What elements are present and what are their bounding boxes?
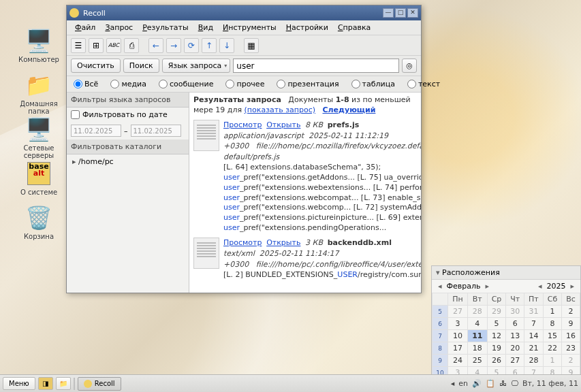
calendar-day[interactable]: 15 bbox=[543, 330, 561, 342]
desktop-icon[interactable]: 📁Домашняя папка bbox=[15, 71, 63, 115]
filter-radio[interactable] bbox=[110, 80, 119, 88]
filter-radio[interactable] bbox=[74, 80, 82, 88]
menu-файл[interactable]: Файл bbox=[71, 22, 99, 33]
filter-radio[interactable] bbox=[225, 80, 234, 88]
calendar-day[interactable]: 7 bbox=[524, 318, 544, 330]
menu-результаты[interactable]: Результаты bbox=[138, 22, 193, 33]
calendar-day[interactable]: 8 bbox=[543, 318, 561, 330]
calendar-day[interactable]: 16 bbox=[562, 330, 580, 342]
refresh-icon[interactable]: ⟳ bbox=[184, 38, 199, 53]
forward-icon[interactable]: → bbox=[166, 38, 181, 53]
close-button[interactable]: ✕ bbox=[407, 8, 418, 18]
calendar-day[interactable]: 14 bbox=[524, 330, 544, 342]
back-icon[interactable]: ← bbox=[148, 38, 163, 53]
calendar-day[interactable]: 13 bbox=[506, 330, 524, 342]
menu-запрос[interactable]: Запрос bbox=[101, 22, 137, 33]
calendar-day[interactable]: 29 bbox=[487, 306, 506, 318]
calendar-day[interactable]: 27 bbox=[448, 306, 468, 318]
calendar-day[interactable]: 1 bbox=[543, 306, 561, 318]
show-query-link[interactable]: (показать запрос) bbox=[245, 105, 315, 114]
filter-radio[interactable] bbox=[351, 80, 360, 88]
minimize-button[interactable]: — bbox=[383, 8, 394, 18]
next-month-icon[interactable]: ▸ bbox=[484, 282, 492, 291]
filter-radio[interactable] bbox=[407, 80, 416, 88]
calendar-day[interactable]: 18 bbox=[468, 342, 488, 355]
calendar-day[interactable]: 21 bbox=[524, 342, 544, 355]
search-button[interactable]: Поиск bbox=[123, 59, 159, 73]
next-page-link[interactable]: Следующий bbox=[322, 105, 375, 114]
panel-header[interactable]: Расположения bbox=[432, 266, 580, 280]
calendar-day[interactable]: 24 bbox=[448, 355, 468, 367]
preview-link[interactable]: Просмотр bbox=[223, 120, 262, 129]
calendar-day[interactable]: 31 bbox=[524, 306, 544, 318]
next-year-icon[interactable]: ▸ bbox=[568, 282, 576, 291]
tree-item-home[interactable]: /home/pc bbox=[67, 154, 189, 169]
filter-сообщение[interactable]: сообщение bbox=[159, 80, 214, 88]
menu-настройки[interactable]: Настройки bbox=[282, 22, 332, 33]
clipboard-icon[interactable]: 📋 bbox=[486, 379, 495, 388]
grid-view-icon[interactable]: ⊞ bbox=[89, 38, 104, 53]
calendar-day[interactable]: 1 bbox=[543, 355, 561, 367]
filter-прочее[interactable]: прочее bbox=[225, 80, 264, 88]
volume-icon[interactable]: 🔊 bbox=[472, 379, 482, 388]
calendar-day[interactable]: 2 bbox=[562, 306, 580, 318]
calendar-day[interactable]: 5 bbox=[487, 318, 506, 330]
calendar-day[interactable]: 30 bbox=[506, 306, 524, 318]
file-manager-button[interactable]: 📁 bbox=[56, 377, 71, 390]
filter-radio[interactable] bbox=[159, 80, 168, 88]
desktop-icon[interactable]: 🖥️Сетевые серверы bbox=[15, 116, 63, 159]
menu-инструменты[interactable]: Инструменты bbox=[219, 22, 281, 33]
calendar-day[interactable]: 28 bbox=[524, 355, 544, 367]
search-input[interactable] bbox=[233, 59, 399, 73]
calendar-day[interactable]: 26 bbox=[487, 355, 506, 367]
filter-медиа[interactable]: медиа bbox=[110, 80, 146, 88]
show-desktop-button[interactable]: ◨ bbox=[38, 377, 53, 390]
preview-link[interactable]: Просмотр bbox=[223, 238, 262, 247]
filter-radio[interactable] bbox=[277, 80, 285, 88]
clear-button[interactable]: Очистить bbox=[71, 59, 121, 73]
menu-вид[interactable]: Вид bbox=[194, 22, 217, 33]
calendar-day[interactable]: 23 bbox=[562, 342, 580, 355]
calendar-day[interactable]: 6 bbox=[506, 318, 524, 330]
print-icon[interactable]: ⎙ bbox=[124, 38, 139, 53]
tray-separator-icon[interactable]: ◂ bbox=[451, 379, 455, 388]
calendar-day[interactable]: 27 bbox=[506, 355, 524, 367]
desktop-icon[interactable]: basealtО системе bbox=[15, 160, 63, 196]
calendar-day[interactable]: 3 bbox=[448, 318, 468, 330]
filter-текст[interactable]: текст bbox=[407, 80, 440, 88]
filter-Всё[interactable]: Всё bbox=[74, 80, 98, 88]
clock[interactable]: Вт, 11 фев, 11 bbox=[522, 379, 578, 388]
calendar-day[interactable]: 28 bbox=[468, 306, 488, 318]
date-filter-checkbox[interactable] bbox=[71, 110, 80, 119]
filter-презентация[interactable]: презентация bbox=[277, 80, 339, 88]
calendar-day[interactable]: 4 bbox=[468, 318, 488, 330]
menu-справка[interactable]: Справка bbox=[334, 22, 375, 33]
titlebar[interactable]: Recoll — □ ✕ bbox=[67, 5, 421, 20]
calendar-day[interactable]: 17 bbox=[448, 342, 468, 355]
desktop-icon[interactable]: 🖥️Компьютер bbox=[15, 27, 63, 63]
lang-indicator[interactable]: en bbox=[458, 379, 468, 388]
date-to-input[interactable] bbox=[131, 125, 181, 137]
menu-button[interactable]: Меню bbox=[3, 377, 35, 390]
prev-year-icon[interactable]: ◂ bbox=[536, 282, 544, 291]
calendar-day[interactable]: 12 bbox=[487, 330, 506, 342]
go-button[interactable]: ◎ bbox=[402, 59, 417, 73]
task-recoll[interactable]: Recoll bbox=[78, 377, 121, 391]
desktop-icon[interactable]: 🗑️Корзина bbox=[15, 204, 63, 240]
network-icon[interactable]: 🖧 bbox=[499, 379, 507, 388]
calendar-day[interactable]: 2 bbox=[562, 355, 580, 367]
up-icon[interactable]: ↑ bbox=[202, 38, 217, 53]
table-icon[interactable]: ▦ bbox=[244, 38, 259, 53]
query-language-dropdown[interactable]: Язык запроса bbox=[162, 59, 231, 73]
display-icon[interactable]: 🖵 bbox=[511, 379, 518, 388]
open-link[interactable]: Открыть bbox=[266, 120, 300, 129]
calendar-day[interactable]: 20 bbox=[506, 342, 524, 355]
filter-таблица[interactable]: таблица bbox=[351, 80, 395, 88]
maximize-button[interactable]: □ bbox=[395, 8, 406, 18]
prev-month-icon[interactable]: ◂ bbox=[436, 282, 444, 291]
calendar-day[interactable]: 22 bbox=[543, 342, 561, 355]
calendar-day[interactable]: 19 bbox=[487, 342, 506, 355]
date-from-input[interactable] bbox=[71, 125, 121, 137]
abc-icon[interactable]: ABC bbox=[106, 38, 121, 53]
open-link[interactable]: Открыть bbox=[266, 238, 300, 247]
